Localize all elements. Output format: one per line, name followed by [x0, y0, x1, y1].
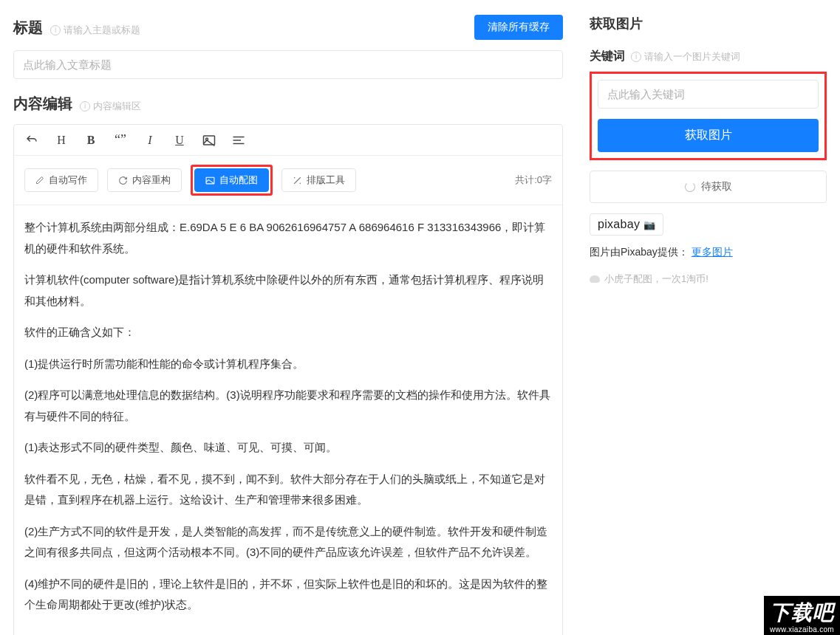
keyword-hint: i 请输入一个图片关键词	[631, 50, 740, 64]
quote-icon[interactable]: “”	[113, 132, 128, 148]
pending-status: 待获取	[590, 171, 827, 203]
paragraph: 软件的正确含义如下：	[24, 322, 552, 343]
keyword-label: 关键词	[590, 49, 625, 64]
title-heading-row: 标题 i 请输入主题或标题 清除所有缓存	[13, 15, 563, 40]
underline-icon[interactable]: U	[172, 134, 187, 147]
paragraph: (2)生产方式不同的软件是开发，是人类智能的高发挥，而不是传统意义上的硬件制造。…	[24, 521, 552, 563]
picture-icon	[205, 176, 215, 185]
paragraph: (4)维护不同的硬件是旧的，理论上软件是旧的，并不坏，但实际上软件也是旧的和坏的…	[24, 574, 552, 616]
watermark: 下载吧 www.xiazaiba.com	[764, 596, 840, 635]
keyword-row: 关键词 i 请输入一个图片关键词	[590, 49, 827, 64]
pencil-icon	[35, 176, 44, 185]
info-icon: i	[50, 25, 61, 35]
italic-icon[interactable]: I	[143, 134, 157, 147]
main-column: 标题 i 请输入主题或标题 清除所有缓存 内容编辑 i 内容编辑区	[0, 0, 576, 635]
char-count: 共计:0字	[515, 174, 552, 187]
bold-icon[interactable]: B	[83, 134, 98, 147]
fetch-image-button[interactable]: 获取图片	[598, 119, 819, 152]
undo-icon[interactable]	[24, 134, 39, 147]
paragraph: 计算机软件(computer software)是指计算机系统中除硬件以外的所有…	[24, 270, 552, 312]
sidebar: 获取图片 关键词 i 请输入一个图片关键词 获取图片 待获取 pixabay 📷…	[576, 0, 840, 635]
align-icon[interactable]	[231, 134, 246, 146]
paragraph: 整个计算机系统由两部分组成：E.69DA 5 E 6 BA 9062616964…	[24, 217, 552, 259]
auto-write-button[interactable]: 自动写作	[24, 168, 98, 192]
credit-row: 图片由Pixabay提供： 更多图片	[590, 246, 827, 259]
layout-tool-button[interactable]: 排版工具	[281, 168, 356, 192]
paragraph: (2)程序可以满意地处理信息的数据结构。(3)说明程序功能要求和程序需要的文档的…	[24, 385, 552, 427]
wand-icon	[293, 176, 302, 185]
content-rewrite-button[interactable]: 内容重构	[107, 168, 182, 192]
image-icon[interactable]	[202, 134, 216, 146]
content-hint: i 内容编辑区	[80, 100, 141, 113]
highlight-box-side: 获取图片	[590, 72, 827, 160]
watermark-text: 下载吧	[770, 599, 834, 627]
content-label: 内容编辑	[13, 94, 72, 114]
editor-content[interactable]: 整个计算机系统由两部分组成：E.69DA 5 E 6 BA 9062616964…	[14, 205, 562, 635]
cloud-icon	[590, 275, 600, 283]
keyword-input[interactable]	[598, 80, 819, 109]
footnote: 小虎子配图，一次1淘币!	[590, 272, 827, 286]
more-images-link[interactable]: 更多图片	[692, 246, 733, 258]
watermark-url: www.xiazaiba.com	[770, 625, 834, 634]
sidebar-title: 获取图片	[590, 15, 827, 32]
editor: H B “” I U 自动写作 内容重	[13, 124, 563, 635]
pixabay-badge: pixabay 📷	[590, 213, 663, 236]
loading-icon	[685, 182, 695, 192]
clear-cache-button[interactable]: 清除所有缓存	[474, 15, 563, 40]
paragraph: (1)表达形式不同的硬件类型、颜色、味道、可见、可摸、可闻。	[24, 437, 552, 459]
svg-rect-0	[204, 136, 215, 145]
camera-icon: 📷	[643, 219, 655, 230]
auto-image-button[interactable]: 自动配图	[194, 168, 269, 192]
highlight-box: 自动配图	[191, 165, 273, 196]
paragraph: 软件看不见，无色，枯燥，看不见，摸不到，闻不到。软件大部分存在于人们的头脑或纸上…	[24, 469, 552, 511]
paragraph: (1)提供运行时所需功能和性能的命令或计算机程序集合。	[24, 354, 552, 375]
title-input[interactable]	[13, 50, 563, 79]
info-icon: i	[80, 101, 90, 111]
heading-icon[interactable]: H	[54, 134, 69, 147]
action-toolbar: 自动写作 内容重构 自动配图 排版工具 共计:0字	[14, 156, 562, 205]
title-hint: i 请输入主题或标题	[50, 24, 140, 37]
title-label: 标题	[13, 18, 43, 38]
info-icon: i	[631, 52, 641, 62]
format-toolbar: H B “” I U	[14, 125, 562, 156]
refresh-icon	[118, 176, 128, 185]
